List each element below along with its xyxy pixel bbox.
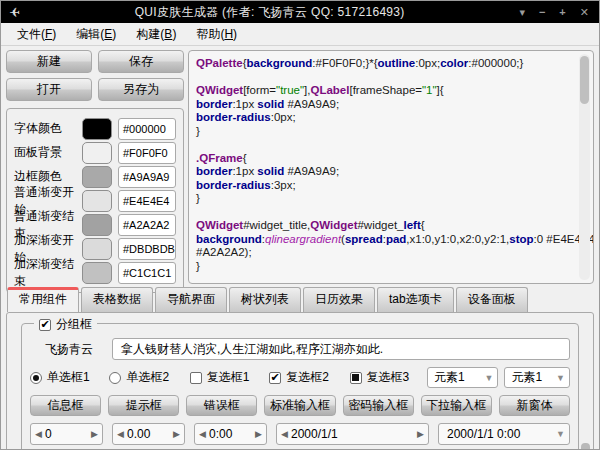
- checkbox-1[interactable]: 复选框1: [190, 369, 269, 386]
- color-swatch-5[interactable]: [82, 238, 112, 260]
- radio-1-circle[interactable]: [30, 372, 42, 384]
- shade-window-icon[interactable]: ▾: [519, 7, 525, 18]
- motto-input[interactable]: 拿人钱财替人消灾,人生江湖如此,程序江湖亦如此.: [112, 338, 570, 360]
- maximize-window-icon[interactable]: +: [559, 7, 565, 18]
- tab-4[interactable]: 日历效果: [303, 287, 375, 312]
- dialog-button-4[interactable]: 密码输入框: [343, 395, 414, 416]
- checkbox-1-box[interactable]: [190, 372, 202, 384]
- spin-right-arrow-icon[interactable]: ▶: [173, 429, 180, 439]
- spinner-4[interactable]: 2000/1/1 0:00▼: [438, 423, 570, 445]
- checkbox-3-box[interactable]: [350, 372, 362, 384]
- spin-right-arrow-icon[interactable]: ▶: [255, 429, 262, 439]
- code-line-0: QPalette{background:#F0F0F0;}*{outline:0…: [196, 57, 575, 71]
- color-swatch-1[interactable]: [82, 142, 112, 164]
- groupbox-checkbox[interactable]: ✔: [39, 319, 51, 331]
- dialog-button-5[interactable]: 下拉输入框: [421, 395, 492, 416]
- color-hex-field-4[interactable]: #A2A2A2: [118, 214, 176, 236]
- color-label-2: 边框颜色: [14, 168, 82, 185]
- spinner-4-value: 2000/1/1 0:00: [439, 427, 520, 441]
- code-line-5: }: [196, 125, 575, 139]
- color-label-0: 字体颜色: [14, 120, 82, 137]
- spinner-3[interactable]: 2000/1/1◀▶: [276, 423, 429, 445]
- menu-f[interactable]: 文件(F): [7, 23, 66, 46]
- combo-1[interactable]: 元素1 ▼: [427, 367, 499, 388]
- color-hex-field-0[interactable]: #000000: [118, 118, 176, 140]
- chevron-down-icon: ▼: [556, 373, 565, 383]
- color-hex-field-1[interactable]: #F0F0F0: [118, 142, 176, 164]
- chevron-down-icon[interactable]: ▼: [556, 429, 565, 439]
- spin-right-arrow-icon[interactable]: ▶: [417, 429, 424, 439]
- spinner-0[interactable]: 0◀▶: [30, 423, 103, 445]
- app-window: ✈ QUI皮肤生成器 (作者: 飞扬青云 QQ: 517216493) ▾ − …: [0, 0, 600, 450]
- menu-e[interactable]: 编辑(E): [66, 23, 126, 46]
- pane-scrollbar-thumb[interactable]: [581, 443, 590, 450]
- radio-2-circle[interactable]: [109, 372, 121, 384]
- tab-0[interactable]: 常用组件: [7, 287, 79, 312]
- main-area: 新建保存打开另存为 字体颜色#000000面板背景#F0F0F0边框颜色#A9A…: [1, 46, 599, 288]
- color-row-0: 字体颜色#000000: [14, 117, 176, 140]
- tab-pane-common-widgets: ✔ 分组框 飞扬青云 拿人钱财替人消灾,人生江湖如此,程序江湖亦如此. 单选框1…: [6, 312, 594, 450]
- selection-row: 单选框1 单选框2 复选框1 ✔ 复选框2 复选框3: [30, 367, 570, 388]
- code-line-1: [196, 71, 575, 85]
- code-line-16: [196, 273, 575, 284]
- color-swatch-6[interactable]: [82, 262, 112, 284]
- dialog-button-6[interactable]: 新窗体: [499, 395, 570, 416]
- checkbox-2[interactable]: ✔ 复选框2: [269, 369, 349, 386]
- close-window-icon[interactable]: ✕: [580, 7, 589, 18]
- color-row-6: 加深渐变结束#C1C1C1: [14, 261, 176, 284]
- left-panel: 新建保存打开另存为 字体颜色#000000面板背景#F0F0F0边框颜色#A9A…: [6, 50, 184, 284]
- dialog-button-3[interactable]: 标准输入框: [264, 395, 335, 416]
- dialog-button-2[interactable]: 错误框: [186, 395, 257, 416]
- color-swatch-0[interactable]: [82, 118, 112, 140]
- color-hex-field-5[interactable]: #DBDBDB: [118, 238, 176, 260]
- tab-1[interactable]: 表格数据: [81, 287, 153, 312]
- groupbox-legend[interactable]: ✔ 分组框: [34, 316, 97, 333]
- color-swatch-2[interactable]: [82, 166, 112, 188]
- file-button-3[interactable]: 另存为: [98, 78, 184, 101]
- tab-3[interactable]: 树状列表: [229, 287, 301, 312]
- color-swatch-4[interactable]: [82, 214, 112, 236]
- tab-6[interactable]: 设备面板: [456, 287, 528, 312]
- menu-bar: 文件(F)编辑(E)构建(B)帮助(H): [1, 23, 599, 46]
- file-button-0[interactable]: 新建: [6, 50, 92, 73]
- file-buttons: 新建保存打开另存为: [6, 50, 184, 101]
- file-button-2[interactable]: 打开: [6, 78, 92, 101]
- checkbox-2-box[interactable]: ✔: [269, 372, 281, 384]
- editor-scrollbar[interactable]: [579, 54, 590, 280]
- spinner-2[interactable]: 0:00◀▶: [194, 423, 267, 445]
- window-controls: ▾ − + ✕: [519, 7, 589, 18]
- editor-scrollbar-thumb[interactable]: [580, 56, 589, 104]
- color-swatch-3[interactable]: [82, 190, 112, 212]
- minimize-window-icon[interactable]: −: [539, 7, 545, 18]
- tab-5[interactable]: tab选项卡: [377, 287, 454, 312]
- stylesheet-editor[interactable]: QPalette{background:#F0F0F0;}*{outline:0…: [188, 50, 594, 284]
- radio-2-label: 单选框2: [126, 369, 169, 386]
- window-title: QUI皮肤生成器 (作者: 飞扬青云 QQ: 517216493): [20, 4, 519, 21]
- spin-left-arrow-icon[interactable]: ◀: [117, 429, 124, 439]
- combo-2[interactable]: 元素1 ▼: [504, 367, 570, 388]
- checkbox-1-label: 复选框1: [207, 369, 250, 386]
- spinner-row: 0◀▶0.00◀▶0:00◀▶2000/1/1◀▶2000/1/1 0:00▼: [30, 423, 570, 445]
- motto-text: 拿人钱财替人消灾,人生江湖如此,程序江湖亦如此.: [121, 341, 383, 358]
- checkbox-3[interactable]: 复选框3: [350, 369, 427, 386]
- menu-h[interactable]: 帮助(H): [186, 23, 247, 46]
- radio-1-label: 单选框1: [47, 369, 90, 386]
- dialog-button-0[interactable]: 信息框: [30, 395, 101, 416]
- spin-right-arrow-icon[interactable]: ▶: [91, 429, 98, 439]
- file-button-1[interactable]: 保存: [98, 50, 184, 73]
- color-hex-field-6[interactable]: #C1C1C1: [118, 262, 176, 284]
- color-hex-field-3[interactable]: #E4E4E4: [118, 190, 176, 212]
- code-line-10: }: [196, 192, 575, 206]
- tab-2[interactable]: 导航界面: [155, 287, 227, 312]
- spin-left-arrow-icon[interactable]: ◀: [199, 429, 206, 439]
- title-bar[interactable]: ✈ QUI皮肤生成器 (作者: 飞扬青云 QQ: 517216493) ▾ − …: [1, 1, 599, 23]
- spin-left-arrow-icon[interactable]: ◀: [281, 429, 288, 439]
- spin-left-arrow-icon[interactable]: ◀: [35, 429, 42, 439]
- menu-b[interactable]: 构建(B): [126, 23, 186, 46]
- color-hex-field-2[interactable]: #A9A9A9: [118, 166, 176, 188]
- spinner-1[interactable]: 0.00◀▶: [112, 423, 185, 445]
- code-line-14: #A2A2A2);: [196, 246, 575, 260]
- radio-1[interactable]: 单选框1: [30, 369, 109, 386]
- dialog-button-1[interactable]: 提示框: [108, 395, 179, 416]
- radio-2[interactable]: 单选框2: [109, 369, 189, 386]
